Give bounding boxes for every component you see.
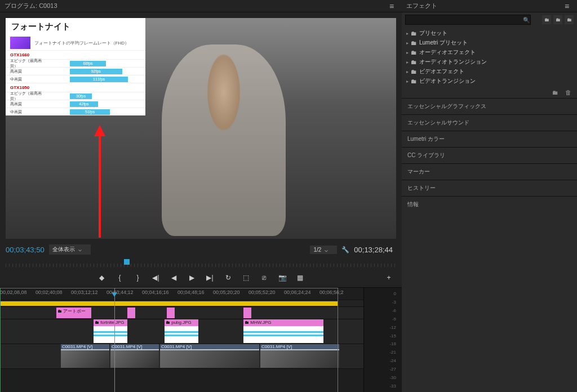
- bench-bar: 51fps: [70, 109, 110, 115]
- ruler-tick: 00;02;40;08: [35, 289, 63, 295]
- transport-button-11[interactable]: ▦: [296, 274, 304, 282]
- program-ruler[interactable]: [6, 259, 396, 268]
- transport-button-3[interactable]: ◀|: [152, 274, 160, 282]
- clip[interactable]: C0031.MP4 [V]: [260, 344, 339, 368]
- folder-icon: [411, 39, 417, 46]
- side-panel-header[interactable]: マーカー: [402, 163, 577, 180]
- fx-badge-2[interactable]: 🖿: [553, 15, 562, 24]
- clip-label: 🖿 アートボー: [57, 309, 86, 314]
- clip-label: C0031.MP4 [V]: [61, 344, 109, 349]
- clip[interactable]: [243, 308, 251, 318]
- effects-search-input[interactable]: [405, 15, 531, 25]
- program-panel: プログラム: C0013 フォートナイト フォートナイトの平均フレームレート（F…: [0, 0, 402, 392]
- track-v1[interactable]: C0031.MP4 [V]C0031.MP4 [V]C0031.MP4 [V]C…: [0, 344, 363, 369]
- timeline-ruler[interactable]: 00,02,08,0800;02;40;0800;03;12;1200;03;4…: [0, 288, 363, 300]
- meter-tick: -27: [389, 367, 396, 372]
- bench-row: 中画質 111fps: [6, 75, 145, 83]
- ruler-tick: 00;05;52;20: [248, 289, 276, 295]
- disclosure-icon[interactable]: [406, 49, 409, 55]
- disclosure-icon[interactable]: [406, 78, 409, 84]
- side-panel-header[interactable]: ヒストリー: [402, 180, 577, 196]
- bench-bar: 42fps: [70, 101, 98, 107]
- bench-label: 高画質: [6, 69, 45, 74]
- ruler-tick: 00;06;56;2: [319, 289, 344, 295]
- search-icon: [533, 16, 540, 23]
- folder-icon: [411, 78, 417, 84]
- fx-badge-3[interactable]: 🖿: [565, 15, 574, 24]
- side-panel-header[interactable]: 情報: [402, 196, 577, 212]
- new-bin-icon[interactable]: 🖿: [552, 89, 558, 96]
- meter-tick: -9: [392, 317, 396, 322]
- clip-label: C0031.MP4 [V]: [260, 344, 339, 349]
- effects-folder[interactable]: オーディオエフェクト: [402, 47, 577, 57]
- effects-header: エフェクト: [402, 0, 577, 12]
- effects-folder[interactable]: Lumetri プリセット: [402, 38, 577, 47]
- effects-folder[interactable]: ビデオエフェクト: [402, 66, 577, 76]
- right-sidebar: エフェクト 🖿 🖿 🖿 プリセットLumetri プリセットオーディオエフェクト…: [402, 0, 577, 392]
- transport-button-6[interactable]: ▶|: [206, 274, 214, 282]
- meter-tick: -18: [389, 341, 396, 346]
- clip[interactable]: 🖿 pubg.JPG: [165, 319, 198, 343]
- transport-button-1[interactable]: {: [116, 274, 124, 282]
- add-button[interactable]: +: [385, 274, 393, 282]
- transport-button-8[interactable]: ⬚: [242, 274, 250, 282]
- transport-button-2[interactable]: }: [134, 274, 142, 282]
- clip-thumb: [165, 326, 198, 343]
- transport-button-5[interactable]: ▶: [188, 274, 196, 282]
- disclosure-icon[interactable]: [406, 30, 409, 36]
- effects-folder[interactable]: ビデオトランジション: [402, 76, 577, 86]
- clip[interactable]: 🖿 fortnite.JPG: [94, 319, 127, 343]
- meter-tick: -30: [389, 375, 396, 380]
- in-timecode[interactable]: 00;03;43;50: [6, 246, 45, 254]
- clip[interactable]: [127, 308, 135, 318]
- clip-thumb: [61, 350, 109, 368]
- clip[interactable]: [167, 308, 175, 318]
- folder-label: Lumetri プリセット: [419, 39, 468, 47]
- disclosure-icon[interactable]: [406, 59, 409, 65]
- folder-label: オーディオエフェクト: [419, 48, 476, 56]
- zoom-select[interactable]: 全体表示: [49, 244, 91, 255]
- transport-button-9[interactable]: ⎚: [260, 274, 268, 282]
- clip[interactable]: C0031.MP4 [V]: [110, 344, 159, 368]
- clip-thumb: [160, 350, 259, 368]
- benchmark-overlay: フォートナイト フォートナイトの平均フレームレート（FHD） GTX1660エピ…: [6, 18, 145, 115]
- effects-folder[interactable]: オーディオトランジション: [402, 57, 577, 66]
- transport-button-10[interactable]: 📷: [278, 274, 286, 282]
- trash-icon[interactable]: 🗑: [565, 89, 571, 96]
- transport-button-0[interactable]: ◆: [98, 274, 106, 282]
- work-area[interactable]: [0, 301, 338, 306]
- clip[interactable]: 🖿 MHW.JPG: [243, 319, 323, 343]
- timeline-playhead[interactable]: [114, 288, 115, 392]
- bench-row: エピック（最高画質） 68fps: [6, 59, 145, 67]
- ruler-playhead[interactable]: [124, 259, 130, 265]
- bench-bar: 30fps: [70, 93, 92, 99]
- marker-row[interactable]: [0, 300, 363, 307]
- effects-menu-icon[interactable]: [565, 2, 572, 11]
- person-figure: [162, 44, 286, 236]
- scale-select[interactable]: 1/2: [310, 246, 337, 254]
- side-panel-header[interactable]: CC ライブラリ: [402, 147, 577, 163]
- video-frame[interactable]: フォートナイト フォートナイトの平均フレームレート（FHD） GTX1660エピ…: [6, 18, 396, 239]
- disclosure-icon[interactable]: [406, 39, 409, 46]
- panel-menu-icon[interactable]: [389, 2, 397, 11]
- track-v3[interactable]: 🖿 アートボー: [0, 307, 363, 319]
- viewer-status-bar: 00;03;43;50 全体表示 1/2 00;13;28;44: [0, 241, 402, 258]
- effects-folder[interactable]: プリセット: [402, 28, 577, 38]
- ruler-tick: 00;05;20;20: [213, 289, 240, 295]
- side-panel-header[interactable]: エッセンシャルグラフィックス: [402, 98, 577, 114]
- timeline-tracks[interactable]: 00,02,08,0800;02;40;0800;03;12;1200;03;4…: [0, 288, 363, 392]
- clip[interactable]: C0031.MP4 [V]: [61, 344, 109, 368]
- fx-badge-1[interactable]: 🖿: [542, 15, 551, 24]
- bench-label: 中画質: [6, 77, 45, 82]
- transport-button-7[interactable]: ↻: [224, 274, 232, 282]
- disclosure-icon[interactable]: [406, 68, 409, 74]
- track-v2[interactable]: 🖿 fortnite.JPG🖿 pubg.JPG🖿 MHW.JPG: [0, 319, 363, 344]
- settings-icon[interactable]: [341, 246, 349, 253]
- meter-tick: -33: [389, 384, 396, 389]
- side-panel-header[interactable]: エッセンシャルサウンド: [402, 114, 577, 131]
- side-panel-header[interactable]: Lumetri カラー: [402, 131, 577, 147]
- clip[interactable]: 🖿 アートボー: [56, 308, 91, 318]
- bench-row: 中画質 51fps: [6, 108, 145, 115]
- transport-button-4[interactable]: ◀: [170, 274, 178, 282]
- clip[interactable]: C0031.MP4 [V]: [160, 344, 259, 368]
